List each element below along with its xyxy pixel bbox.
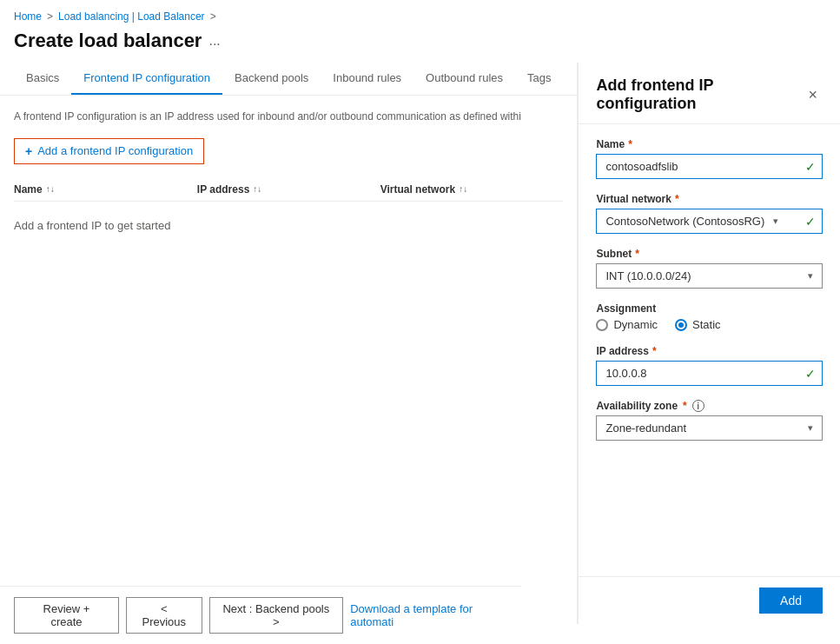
panel-title: Add frontend IP configuration: [596, 76, 803, 113]
page-title: Create load balancer: [14, 30, 202, 52]
more-options-icon[interactable]: ...: [208, 33, 220, 49]
panel-body: Name * ✓ Virtual network * ContosoNetwor…: [579, 124, 840, 576]
download-template-link[interactable]: Download a template for automati: [350, 602, 507, 624]
dynamic-radio[interactable]: Dynamic: [596, 318, 658, 331]
ip-check-icon: ✓: [805, 367, 816, 381]
table-header: Name ↑↓ IP address ↑↓ Virtual network ↑↓: [14, 178, 563, 202]
name-label: Name *: [596, 138, 823, 150]
subnet-chevron-icon: ▾: [808, 270, 813, 282]
name-input-container: ✓: [596, 154, 823, 179]
tab-backend-pools[interactable]: Backend pools: [222, 63, 321, 95]
availability-zone-info-icon[interactable]: i: [692, 400, 704, 412]
virtual-network-dropdown[interactable]: ContosoNetwork (ContososRG) ▾: [596, 209, 823, 234]
ip-address-field-group: IP address * ✓: [596, 345, 823, 386]
next-button[interactable]: Next : Backend pools >: [209, 597, 344, 624]
availability-zone-label-row: Availability zone * i: [596, 400, 704, 412]
tab-frontend-ip[interactable]: Frontend IP configuration: [71, 63, 222, 95]
tab-outbound-rules[interactable]: Outbound rules: [413, 63, 515, 95]
col-virtual-network: Virtual network ↑↓: [380, 183, 564, 196]
review-create-button[interactable]: Review + create: [14, 597, 119, 624]
sort-vnet-icon[interactable]: ↑↓: [459, 184, 467, 194]
vnet-required: *: [675, 193, 679, 205]
add-button-label: Add a frontend IP configuration: [37, 144, 193, 157]
plus-icon: +: [25, 144, 32, 158]
name-field-group: Name * ✓: [596, 138, 823, 179]
vnet-check-icon: ✓: [805, 215, 816, 229]
col-ip-address: IP address ↑↓: [197, 183, 380, 196]
dynamic-radio-circle: [596, 319, 608, 331]
previous-button[interactable]: < Previous: [126, 597, 202, 624]
description-text: A frontend IP configuration is an IP add…: [14, 110, 563, 124]
ip-address-label: IP address *: [596, 345, 823, 357]
close-panel-button[interactable]: ×: [803, 84, 823, 106]
panel-header: Add frontend IP configuration ×: [579, 63, 840, 124]
tab-inbound-rules[interactable]: Inbound rules: [321, 63, 413, 95]
tab-content: A frontend IP configuration is an IP add…: [0, 96, 577, 624]
frontend-ip-table: Name ↑↓ IP address ↑↓ Virtual network ↑↓…: [14, 178, 563, 249]
tab-basics[interactable]: Basics: [14, 63, 71, 95]
sort-name-icon[interactable]: ↑↓: [46, 184, 55, 194]
subnet-label: Subnet *: [596, 248, 823, 260]
az-chevron-icon: ▾: [808, 422, 813, 434]
virtual-network-field-group: Virtual network * ContosoNetwork (Contos…: [596, 193, 823, 234]
assignment-field-group: Assignment Dynamic Static: [596, 302, 823, 331]
virtual-network-label: Virtual network *: [596, 193, 823, 205]
add-frontend-ip-button[interactable]: + Add a frontend IP configuration: [14, 138, 204, 164]
col-name: Name ↑↓: [14, 183, 197, 196]
right-panel: Add frontend IP configuration × Name * ✓…: [578, 63, 840, 624]
panel-footer: Add: [579, 576, 840, 624]
sort-ip-icon[interactable]: ↑↓: [253, 184, 261, 194]
az-required: *: [683, 400, 687, 412]
static-radio-circle: [675, 319, 687, 331]
breadcrumb-load-balancing[interactable]: Load balancing | Load Balancer: [58, 10, 205, 23]
table-empty-message: Add a frontend IP to get started: [14, 202, 563, 249]
name-required: *: [628, 138, 632, 150]
breadcrumb: Home > Load balancing | Load Balancer >: [0, 0, 840, 26]
name-check-icon: ✓: [805, 160, 816, 174]
bottom-bar: Review + create < Previous Next : Backen…: [0, 586, 521, 624]
virtual-network-dropdown-container: ContosoNetwork (ContososRG) ▾ ✓: [596, 209, 823, 234]
breadcrumb-sep2: >: [210, 10, 216, 23]
vnet-chevron-icon: ▾: [773, 216, 778, 227]
assignment-options: Dynamic Static: [596, 318, 823, 331]
left-panel: Basics Frontend IP configuration Backend…: [0, 63, 578, 624]
ip-address-input-container: ✓: [596, 361, 823, 386]
page-title-bar: Create load balancer ...: [0, 26, 840, 63]
main-container: Basics Frontend IP configuration Backend…: [0, 63, 840, 624]
tab-tags[interactable]: Tags: [515, 63, 563, 95]
subnet-field-group: Subnet * INT (10.0.0.0/24) ▾: [596, 248, 823, 289]
assignment-label: Assignment: [596, 302, 823, 315]
nav-tabs: Basics Frontend IP configuration Backend…: [0, 63, 577, 96]
availability-zone-label: Availability zone * i: [596, 400, 823, 412]
add-button[interactable]: Add: [759, 588, 823, 614]
name-input[interactable]: [596, 154, 823, 179]
breadcrumb-home[interactable]: Home: [14, 10, 42, 23]
availability-zone-field-group: Availability zone * i Zone-redundant ▾: [596, 400, 823, 441]
breadcrumb-sep1: >: [47, 10, 53, 23]
availability-zone-dropdown[interactable]: Zone-redundant ▾: [596, 415, 823, 441]
ip-required: *: [652, 345, 657, 357]
subnet-required: *: [635, 248, 639, 260]
ip-address-input[interactable]: [596, 361, 823, 386]
subnet-dropdown[interactable]: INT (10.0.0.0/24) ▾: [596, 263, 823, 289]
static-radio[interactable]: Static: [675, 318, 721, 331]
